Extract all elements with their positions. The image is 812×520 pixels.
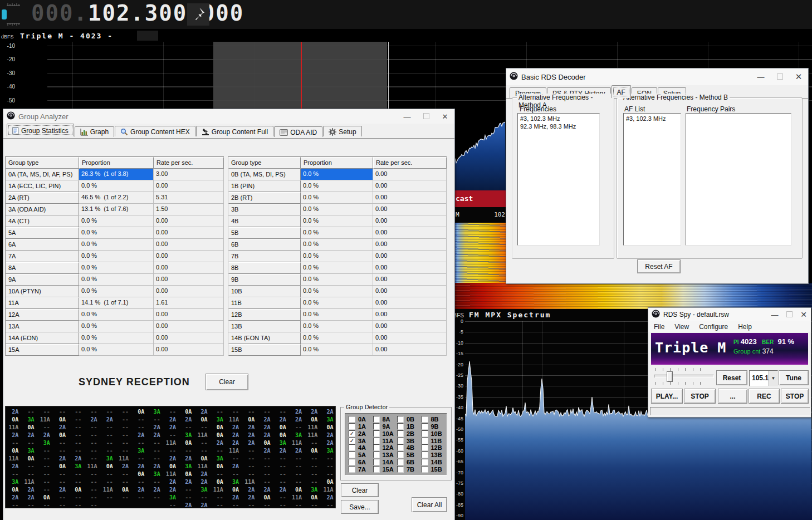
- checkbox[interactable]: [422, 423, 428, 430]
- table-cell[interactable]: 0.00: [373, 344, 447, 356]
- checkbox[interactable]: [349, 459, 355, 465]
- checkbox[interactable]: [349, 423, 355, 430]
- frequency-display[interactable]: 000.102.300.000: [31, 1, 244, 26]
- stop-record-button[interactable]: STOP: [781, 389, 809, 404]
- table-cell[interactable]: 0.0 %: [301, 332, 373, 344]
- table-cell[interactable]: 0.0 %: [301, 180, 373, 192]
- detector-option-15B[interactable]: 15B: [422, 465, 446, 473]
- table-cell[interactable]: 15B: [228, 344, 301, 356]
- table-cell[interactable]: 0.0 %: [301, 251, 373, 262]
- detector-option-8A[interactable]: 8A: [373, 416, 398, 423]
- table-cell[interactable]: 0.00: [154, 344, 224, 356]
- table-cell[interactable]: 4A (CT): [6, 215, 79, 227]
- table-cell[interactable]: 0.00: [154, 180, 224, 192]
- detector-option-4B[interactable]: 4B: [397, 444, 422, 452]
- detector-save-button[interactable]: Save...: [341, 500, 379, 514]
- checkbox[interactable]: [373, 452, 380, 458]
- table-cell[interactable]: 0.0 %: [301, 192, 373, 204]
- detector-option-6A[interactable]: 6A: [349, 459, 373, 466]
- table-cell[interactable]: 0.00: [154, 239, 224, 251]
- table-cell[interactable]: 11A: [6, 297, 79, 309]
- detector-option-12A[interactable]: 12A: [373, 444, 398, 452]
- volume-slider[interactable]: [653, 368, 715, 390]
- tab-group-content-full[interactable]: Group Content Full: [196, 126, 273, 136]
- frequency-item[interactable]: 92.3 MHz, 98.3 MHz: [518, 122, 599, 130]
- table-cell[interactable]: 0.00: [373, 239, 447, 251]
- checkbox[interactable]: [422, 444, 428, 451]
- detector-option-8B[interactable]: 8B: [422, 416, 446, 423]
- table-cell[interactable]: 7B: [228, 251, 301, 262]
- table-cell[interactable]: 1.61: [154, 297, 224, 309]
- table-cell[interactable]: 0.0 %: [79, 332, 154, 344]
- close-icon[interactable]: ✕: [789, 72, 808, 82]
- minimize-icon[interactable]: —: [767, 311, 782, 319]
- table-cell[interactable]: 0.0 %: [301, 297, 373, 309]
- detector-option-11A[interactable]: 11A: [373, 437, 398, 444]
- table-cell[interactable]: 14B (EON TA): [228, 332, 301, 344]
- detector-option-13A[interactable]: 13A: [373, 452, 398, 459]
- table-cell[interactable]: 0.0 %: [301, 169, 373, 180]
- af-list-item[interactable]: #3, 102.3 MHz: [624, 115, 681, 122]
- menu-file[interactable]: File: [654, 323, 664, 331]
- record-button[interactable]: REC: [749, 389, 780, 404]
- checkbox[interactable]: [349, 416, 355, 423]
- frequency-item[interactable]: #3, 102.3 MHz: [518, 115, 599, 122]
- minimize-icon[interactable]: —: [751, 73, 770, 81]
- table-cell[interactable]: 0.0 %: [79, 274, 154, 286]
- table-cell[interactable]: 5.31: [154, 192, 224, 204]
- table-cell[interactable]: 4B: [228, 215, 301, 227]
- checkbox[interactable]: [422, 430, 428, 437]
- table-cell[interactable]: 0.0 %: [79, 286, 154, 297]
- tuning-line[interactable]: [301, 42, 302, 109]
- detector-option-14A[interactable]: 14A: [373, 459, 398, 466]
- frequency-combo-value[interactable]: 105.1: [750, 371, 769, 386]
- detector-clear-all-button[interactable]: Clear All: [412, 497, 447, 512]
- checkbox[interactable]: [422, 459, 428, 465]
- table-cell[interactable]: 14.1 % (1 of 7.1): [79, 297, 154, 309]
- table-cell[interactable]: 0.00: [373, 204, 447, 215]
- column-header[interactable]: Group type: [228, 157, 301, 169]
- table-cell[interactable]: 0.00: [154, 262, 224, 274]
- menu-view[interactable]: View: [674, 323, 689, 331]
- table-cell[interactable]: 1.50: [154, 204, 224, 215]
- menu-help[interactable]: Help: [738, 323, 752, 331]
- table-cell[interactable]: 15A: [6, 344, 79, 356]
- tab-group-statistics[interactable]: Group Statistics: [7, 124, 74, 136]
- table-cell[interactable]: 26.3 % (1 of 3.8): [79, 169, 154, 180]
- table-cell[interactable]: 3B: [228, 204, 301, 215]
- frequency-combo[interactable]: 105.1 ▼: [749, 370, 778, 386]
- checkbox[interactable]: [373, 416, 380, 423]
- table-cell[interactable]: 0.0 %: [79, 321, 154, 332]
- clear-stats-button[interactable]: Clear: [206, 374, 248, 390]
- checkbox[interactable]: [397, 430, 404, 437]
- table-cell[interactable]: 0.00: [154, 321, 224, 332]
- tune-button[interactable]: Tune: [779, 370, 809, 385]
- detector-option-3A[interactable]: ✓3A: [349, 437, 373, 444]
- table-cell[interactable]: 0.00: [154, 309, 224, 321]
- table-cell[interactable]: 13A: [6, 321, 79, 332]
- af-listbox[interactable]: #3, 102.3 MHz: [623, 113, 681, 246]
- tab-oda-aid[interactable]: ODA AID: [274, 126, 322, 137]
- rds-spy-titlebar[interactable]: RDS Spy - default.rsw — ✕: [648, 308, 811, 321]
- column-header[interactable]: Rate per sec.: [373, 157, 447, 169]
- table-cell[interactable]: 0A (TA, MS, DI, AF, PS): [6, 169, 79, 180]
- checkbox[interactable]: [373, 444, 380, 451]
- table-cell[interactable]: 0.0 %: [79, 180, 154, 192]
- table-cell[interactable]: 0.0 %: [79, 215, 154, 227]
- checkbox[interactable]: ✓: [349, 438, 355, 444]
- checkbox[interactable]: [397, 459, 404, 465]
- table-cell[interactable]: 0.00: [373, 169, 447, 180]
- table-cell[interactable]: 14A (EON): [6, 332, 79, 344]
- frequencies-listbox[interactable]: #3, 102.3 MHz92.3 MHz, 98.3 MHz: [517, 113, 600, 246]
- checkbox[interactable]: [422, 438, 428, 444]
- close-icon[interactable]: ✕: [436, 112, 454, 121]
- table-cell[interactable]: 0.00: [373, 180, 447, 192]
- maximize-icon[interactable]: [417, 112, 436, 121]
- detector-option-5B[interactable]: 5B: [397, 452, 422, 459]
- stop-playback-button[interactable]: STOP: [684, 389, 716, 404]
- table-cell[interactable]: 0.00: [373, 309, 447, 321]
- detector-option-10B[interactable]: 10B: [422, 430, 446, 438]
- table-cell[interactable]: 0.0 %: [301, 286, 373, 297]
- table-cell[interactable]: 0.00: [373, 192, 447, 204]
- table-cell[interactable]: 2A (RT): [6, 192, 79, 204]
